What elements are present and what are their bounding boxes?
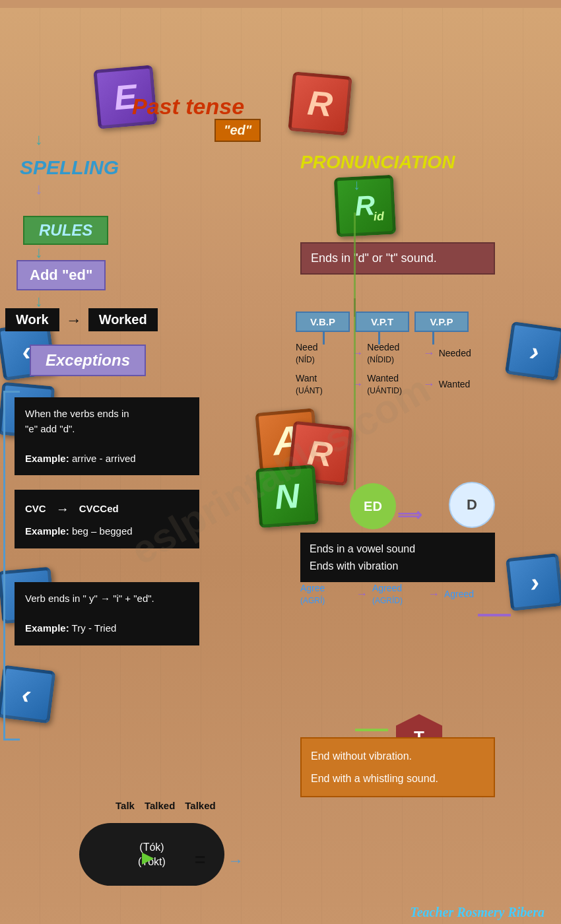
wanted-vpt: Wanted(UÁNTID) xyxy=(367,372,418,397)
agreed-vpt: Agreed(AGRÍD) xyxy=(372,582,423,607)
talk-section: Talk Talked Talked xyxy=(116,800,216,811)
vowel-line2: Ends with vibration xyxy=(310,558,486,575)
cvc-row: CVC → CVCCed xyxy=(25,499,189,519)
rule3-main: Verb ends in " y" → "i" + "ed". xyxy=(25,593,154,604)
vibration-line1: End without vibration. xyxy=(311,748,484,765)
green-arrow-bottom: ▶ xyxy=(142,849,153,867)
vpt-box: V.P.T xyxy=(355,312,409,332)
ed-bubble: "ed" xyxy=(214,119,261,142)
equals-sign: = xyxy=(195,849,205,871)
rule-box-2: CVC → CVCCed Example: beg – begged xyxy=(15,490,199,548)
rule2-example-label: Example: xyxy=(25,525,69,537)
worked-box: Worked xyxy=(88,308,158,331)
wanted-arrow: → xyxy=(423,378,435,391)
cloud-to-box-arrow: → xyxy=(228,851,244,870)
rules-box: RULES xyxy=(23,216,108,245)
past-tense-label: Past tense xyxy=(132,94,244,119)
cvcced-label: CVCCed xyxy=(79,502,119,517)
need-row: Need(NÍD) → Needed(NÍDID) → Needed xyxy=(296,341,490,366)
rule1-main: When the verbs ends in"e" add "d". xyxy=(25,408,129,434)
agreed-vpp: Agreed xyxy=(444,588,495,600)
agree-row: Agree(AGRÍ) → Agreed(AGRÍD) → Agreed xyxy=(300,582,495,607)
page-content: eslprintables.com REGULAR VERBS E R id R… xyxy=(0,8,561,924)
block-r-top: R xyxy=(288,71,352,136)
verb-rows: Need(NÍD) → Needed(NÍDID) → Needed Want(… xyxy=(296,341,490,403)
needed-vpp: Needed xyxy=(439,347,490,359)
add-ed-arrow: ↓ xyxy=(35,292,43,310)
talked2-col: Talked xyxy=(185,800,215,811)
work-box: Work xyxy=(5,308,59,331)
block-n: N xyxy=(255,465,319,528)
spelling-label: SPELLING xyxy=(20,156,119,179)
vowel-box: Ends in a vowel sound Ends with vibratio… xyxy=(300,533,495,582)
work-row: Work → Worked xyxy=(5,308,158,331)
want-vbp: Want(UÁNT) xyxy=(296,372,347,397)
ed-circle: ED xyxy=(350,483,396,529)
d-cloud: D xyxy=(449,482,495,528)
green-vert-line xyxy=(354,213,356,490)
agreed-underline xyxy=(478,614,511,616)
block-r-id: id R xyxy=(334,175,397,238)
rule1-example-label: Example: xyxy=(25,453,69,464)
needed-vpt: Needed(NÍDID) xyxy=(367,341,418,366)
needed-arrow: → xyxy=(423,346,435,360)
work-arrow: → xyxy=(66,311,82,329)
cvc-label: CVC xyxy=(25,502,46,517)
rule3-example-label: Example: xyxy=(25,622,69,634)
vbp-box: V.B.P xyxy=(296,312,350,332)
exceptions-box: Exceptions xyxy=(30,345,146,376)
block-right1: › xyxy=(505,321,561,381)
want-row: Want(UÁNT) → Wanted(UÁNTID) → Wanted xyxy=(296,372,490,397)
rule-box-1: When the verbs ends in"e" add "d". Examp… xyxy=(15,397,199,475)
rule3-example: Try - Tried xyxy=(72,622,117,634)
need-vbp: Need(NÍD) xyxy=(296,341,347,366)
rule-box-3: Verb ends in " y" → "i" + "ed". Example:… xyxy=(15,582,199,645)
wanted-vpp: Wanted xyxy=(439,378,490,390)
vowel-line1: Ends in a vowel sound xyxy=(310,541,486,558)
vibration-box: End without vibration. End with a whistl… xyxy=(300,737,495,797)
ends-dt-box: Ends in "d" or "t" sound. xyxy=(300,242,495,275)
spelling-arrow2: ↓ xyxy=(35,180,43,198)
spelling-arrow: ↓ xyxy=(35,130,43,148)
rule1-example: arrive - arrived xyxy=(72,453,136,464)
ed-to-d-arrow: ⟹ xyxy=(397,505,422,525)
talked1-col: Talked xyxy=(145,800,175,811)
pronunciation-label: PRONUNCIATION xyxy=(300,152,455,173)
vpp-box: V.P.P xyxy=(414,312,469,332)
rules-arrow: ↓ xyxy=(35,243,43,261)
vbp-row: V.B.P V.P.T V.P.P xyxy=(296,312,469,332)
talk-col: Talk xyxy=(116,800,135,811)
teacher-signature: Teacher Rosmery Ribera xyxy=(410,905,544,920)
block-right2: › xyxy=(506,553,561,611)
add-ed-box: Add "ed" xyxy=(16,260,106,290)
agree-vbp: Agree(AGRÍ) xyxy=(300,582,351,607)
vibration-line2: End with a whistling sound. xyxy=(311,770,484,787)
pron-arrow: ↓ xyxy=(353,176,360,193)
rule2-example: beg – begged xyxy=(72,525,133,537)
